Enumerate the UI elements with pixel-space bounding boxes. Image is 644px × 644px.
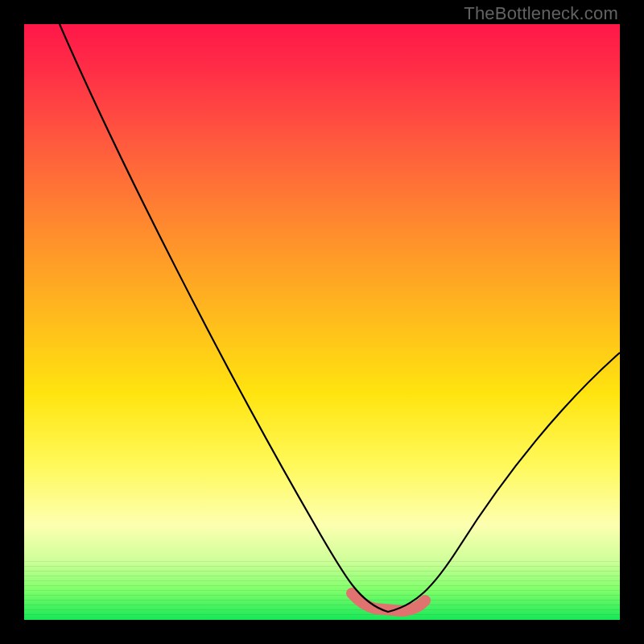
bottleneck-curve — [60, 24, 620, 612]
curve-layer — [24, 24, 620, 620]
chart-frame: TheBottleneck.com — [0, 0, 644, 644]
watermark-text: TheBottleneck.com — [464, 3, 618, 24]
